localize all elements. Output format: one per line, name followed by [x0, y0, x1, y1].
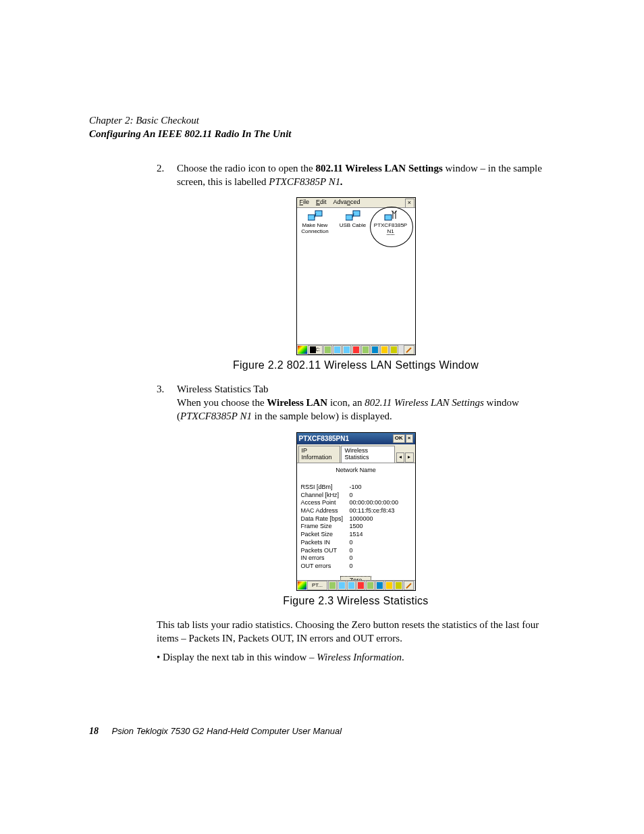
- step-3-text: Wireless Statistics Tab When you choose …: [177, 382, 555, 423]
- network-name-label: Network Name: [301, 467, 411, 474]
- taskbar-item[interactable]: PT...: [307, 581, 327, 590]
- step-2: 2. Choose the radio icon to open the 802…: [157, 161, 555, 189]
- zero-explanation: This tab lists your radio statistics. Ch…: [157, 618, 555, 646]
- step-3: 3. Wireless Statistics Tab When you choo…: [157, 382, 555, 423]
- tray-icon[interactable]: [394, 581, 403, 590]
- tray-icon[interactable]: [380, 345, 389, 355]
- screenshot-wireless-statistics: PTXCF8385PN1 OK × IP Information Wireles…: [296, 432, 416, 591]
- step-2-text: Choose the radio icon to open the 802.11…: [177, 161, 555, 189]
- sip-button[interactable]: [404, 581, 414, 590]
- section-title: Configuring An IEEE 802.11 Radio In The …: [89, 127, 555, 140]
- stat-row: Channel [kHz]0: [301, 492, 411, 500]
- titlebar: PTXCF8385PN1 OK ×: [297, 433, 415, 444]
- tray-icon[interactable]: [371, 345, 379, 355]
- manual-title: Psion Teklogix 7530 G2 Hand-Held Compute…: [112, 726, 342, 736]
- svg-rect-3: [346, 215, 352, 220]
- tray-icon[interactable]: [352, 345, 360, 355]
- close-button[interactable]: ×: [405, 199, 414, 208]
- stat-row: Packets IN0: [301, 539, 411, 547]
- menubar: File Edit Advanced: [297, 198, 415, 208]
- figure-2-2-caption: Figure 2.2 802.11 Wireless LAN Settings …: [157, 358, 555, 373]
- menu-file[interactable]: File: [300, 199, 310, 206]
- connection-icon: [308, 209, 323, 221]
- stat-row: Frame Size1500: [301, 523, 411, 531]
- stat-row: Access Point00:00:00:00:00:00: [301, 499, 411, 507]
- tray-icon[interactable]: [347, 581, 356, 590]
- tab-scroll-right[interactable]: ▸: [405, 452, 413, 463]
- taskbar: C:: [297, 344, 415, 355]
- page-number: 18: [89, 726, 99, 736]
- bullet-next-tab: Display the next tab in this window – Wi…: [157, 650, 555, 664]
- tray-icon[interactable]: [356, 581, 365, 590]
- taskbar-item[interactable]: C:: [308, 345, 323, 355]
- annotation-circle: [370, 207, 413, 247]
- tab-wireless-statistics[interactable]: Wireless Statistics: [341, 446, 394, 463]
- svg-line-11: [406, 583, 411, 588]
- tray-icon[interactable]: [323, 345, 332, 355]
- tray-icon[interactable]: [366, 581, 375, 590]
- stat-row: Packet Size1514: [301, 531, 411, 539]
- pen-icon: [406, 583, 412, 589]
- step-2-number: 2.: [157, 161, 177, 189]
- pen-icon: [406, 347, 412, 353]
- tray-icon[interactable]: [361, 345, 370, 355]
- ok-button[interactable]: OK: [393, 434, 405, 443]
- close-button[interactable]: ×: [406, 434, 413, 443]
- tray-icon[interactable]: [375, 581, 384, 590]
- make-new-connection-icon[interactable]: Make New Connection: [298, 209, 332, 235]
- start-button[interactable]: [298, 346, 307, 354]
- tray-icon[interactable]: [385, 581, 394, 590]
- stats-panel: Network Name RSSI [dBm]-100 Channel [kHz…: [297, 463, 415, 583]
- tray-icon[interactable]: [342, 345, 351, 355]
- tray-icon[interactable]: [338, 581, 346, 590]
- screenshot-lan-settings: File Edit Advanced × Make New Connection…: [296, 197, 416, 355]
- menu-edit[interactable]: Edit: [316, 199, 327, 206]
- tab-scroll-left[interactable]: ◂: [396, 452, 404, 463]
- svg-rect-0: [308, 215, 315, 220]
- menu-advanced[interactable]: Advanced: [333, 199, 360, 206]
- stat-row: Data Rate [bps]1000000: [301, 515, 411, 523]
- tab-row: IP Information Wireless Statistics ◂ ▸: [297, 444, 415, 463]
- stat-row: IN errors0: [301, 554, 411, 563]
- desktop-area: Make New Connection USB Cable PTXCF8385P…: [297, 208, 415, 340]
- step-3-number: 3.: [157, 382, 177, 423]
- tray-icon[interactable]: [390, 345, 398, 355]
- tray-icon[interactable]: [333, 345, 342, 355]
- page-footer: 18 Psion Teklogix 7530 G2 Hand-Held Comp…: [89, 725, 342, 738]
- stat-row: MAC Address00:11:f5:ce:f8:43: [301, 507, 411, 515]
- tray-icon[interactable]: [328, 581, 337, 590]
- taskbar: PT...: [297, 580, 415, 590]
- window-title: PTXCF8385PN1: [299, 435, 349, 442]
- usb-icon: [346, 209, 360, 221]
- chapter-line: Chapter 2: Basic Checkout: [89, 113, 555, 127]
- svg-rect-1: [315, 211, 322, 216]
- tab-ip-information[interactable]: IP Information: [298, 446, 341, 463]
- sip-button[interactable]: [404, 345, 414, 355]
- usb-cable-icon[interactable]: USB Cable: [336, 209, 370, 229]
- stat-row: OUT errors0: [301, 563, 411, 571]
- figure-2-3-caption: Figure 2.3 Wireless Statistics: [157, 594, 555, 608]
- stat-row: RSSI [dBm]-100: [301, 484, 411, 492]
- svg-line-10: [406, 348, 411, 353]
- stat-row: Packets OUT0: [301, 547, 411, 555]
- stats-list: RSSI [dBm]-100 Channel [kHz]0 Access Poi…: [301, 484, 411, 571]
- start-button[interactable]: [298, 581, 306, 590]
